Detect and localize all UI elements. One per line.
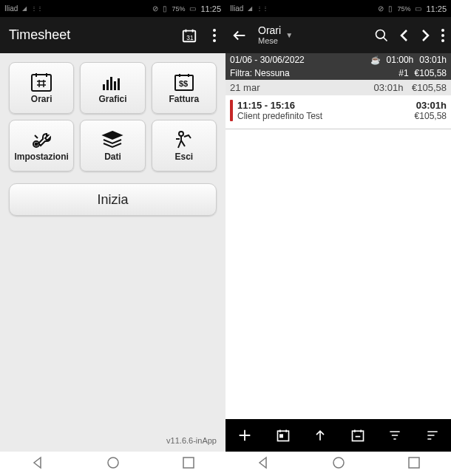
svg-point-2 <box>213 29 216 32</box>
nav-back-icon[interactable] <box>30 455 45 473</box>
day-amount: €105,58 <box>412 82 447 93</box>
sort-icon[interactable] <box>425 428 440 443</box>
more-icon[interactable] <box>212 28 217 43</box>
view-selector[interactable]: Orari Mese ▼ <box>258 25 364 45</box>
tile-label: Dati <box>104 152 121 162</box>
tile-label: Esci <box>174 152 193 162</box>
svg-point-21 <box>441 39 444 42</box>
svg-rect-23 <box>280 435 282 437</box>
invoice-icon: $$ <box>173 72 195 92</box>
tile-label: Impostazioni <box>14 152 68 162</box>
rotate-icon: ▯ <box>388 4 393 13</box>
svg-point-19 <box>441 29 444 32</box>
nav-recent-icon[interactable] <box>182 456 195 472</box>
total-hours: 03:01h <box>419 55 447 65</box>
start-label: Inizia <box>97 192 128 208</box>
dnd-icon: ⊘ <box>152 4 158 13</box>
wifi-icon: ⋮⋮ <box>257 5 268 12</box>
filter-value: Nessuna <box>254 68 289 78</box>
count: #1 <box>399 68 408 78</box>
search-icon[interactable] <box>374 28 389 43</box>
view-title: Orari <box>258 25 281 36</box>
add-icon[interactable] <box>237 427 253 443</box>
battery-icon: ▭ <box>415 4 421 13</box>
nav-bar <box>0 452 226 476</box>
svg-rect-10 <box>118 78 120 90</box>
summary-row-2: Filtra: Nessuna #1 €105,58 <box>226 67 451 80</box>
entry-client: Client predefinito Test <box>237 111 322 121</box>
tile-label: Orari <box>31 94 52 104</box>
svg-point-20 <box>441 34 444 37</box>
svg-text:$$: $$ <box>179 79 188 88</box>
status-bar: Iliad ◢ ⋮⋮ ⊘ ▯ 75% ▭ 11:25 <box>0 0 226 17</box>
battery-pct: 75% <box>172 5 185 13</box>
day-date: 21 mar <box>230 82 260 93</box>
app-title: Timesheet <box>9 27 70 43</box>
next-icon[interactable] <box>420 29 430 42</box>
svg-point-4 <box>213 39 216 42</box>
svg-rect-6 <box>103 84 105 90</box>
tile-dati[interactable]: Dati <box>80 120 145 171</box>
svg-rect-26 <box>409 458 419 468</box>
status-bar: Iliad ◢ ⋮⋮ ⊘ ▯ 75% ▭ 11:25 <box>226 0 451 17</box>
svg-text:31: 31 <box>186 34 194 41</box>
tile-label: Grafici <box>98 94 126 104</box>
svg-point-16 <box>108 458 118 468</box>
tile-label: Fattura <box>169 94 199 104</box>
layers-icon <box>101 129 123 150</box>
tile-grafici[interactable]: Grafici <box>80 62 145 114</box>
entry-color-bar <box>230 100 233 121</box>
clock: 11:25 <box>200 4 221 13</box>
tile-orari[interactable]: Orari <box>9 62 74 114</box>
signal-icon: ◢ <box>22 5 27 12</box>
nav-bar <box>226 452 451 476</box>
tile-esci[interactable]: Esci <box>152 120 217 171</box>
filter-label: Filtra: <box>230 68 252 78</box>
calendar-today-icon[interactable] <box>276 428 291 443</box>
svg-point-18 <box>376 30 385 38</box>
dropdown-icon: ▼ <box>285 31 293 39</box>
nav-back-icon[interactable] <box>256 455 271 473</box>
svg-point-15 <box>179 132 183 136</box>
carrier-label: Iliad <box>4 4 18 13</box>
more-icon[interactable] <box>441 28 445 43</box>
tile-fattura[interactable]: $$ Fattura <box>152 62 217 114</box>
svg-rect-17 <box>183 458 194 468</box>
app-bar: Timesheet 31 <box>0 17 226 53</box>
signal-icon: ◢ <box>248 5 252 12</box>
svg-point-3 <box>213 34 216 37</box>
bars-icon <box>101 72 123 92</box>
divider <box>226 129 451 129</box>
back-icon[interactable] <box>231 27 248 44</box>
exit-icon <box>174 129 194 150</box>
up-arrow-icon[interactable] <box>313 428 328 443</box>
start-button[interactable]: Inizia <box>9 183 217 216</box>
dnd-icon: ⊘ <box>378 4 384 13</box>
svg-point-25 <box>333 458 344 468</box>
version-label: v11.6.6-inApp <box>166 436 217 445</box>
calendar-today-icon[interactable]: 31 <box>181 27 197 44</box>
date-range: 01/06 - 30/06/2022 <box>230 55 305 65</box>
wifi-icon: ⋮⋮ <box>31 5 43 12</box>
nav-home-icon[interactable] <box>106 455 121 473</box>
svg-rect-5 <box>32 75 51 91</box>
battery-pct: 75% <box>397 5 410 13</box>
bottom-toolbar <box>226 419 451 452</box>
svg-rect-9 <box>114 81 116 90</box>
carrier-label: Iliad <box>230 4 243 13</box>
svg-point-14 <box>35 143 38 146</box>
summary-row-1: 01/06 - 30/06/2022 ☕ 01:00h 03:01h <box>226 53 451 67</box>
battery-icon: ▭ <box>189 4 196 13</box>
day-hours: 03:01h <box>374 82 404 93</box>
nav-recent-icon[interactable] <box>407 456 421 472</box>
filter-icon[interactable] <box>387 428 402 443</box>
view-subtitle: Mese <box>258 36 281 45</box>
entry-time: 11:15 - 15:16 <box>237 100 295 111</box>
nav-home-icon[interactable] <box>331 455 346 473</box>
time-entry[interactable]: 11:15 - 15:16 03:01h Client predefinito … <box>226 95 451 126</box>
settings-icon <box>30 129 52 150</box>
tile-impostazioni[interactable]: Impostazioni <box>9 120 74 171</box>
entry-hours: 03:01h <box>416 100 447 111</box>
prev-icon[interactable] <box>399 29 410 42</box>
calendar-minus-icon[interactable] <box>350 428 365 443</box>
